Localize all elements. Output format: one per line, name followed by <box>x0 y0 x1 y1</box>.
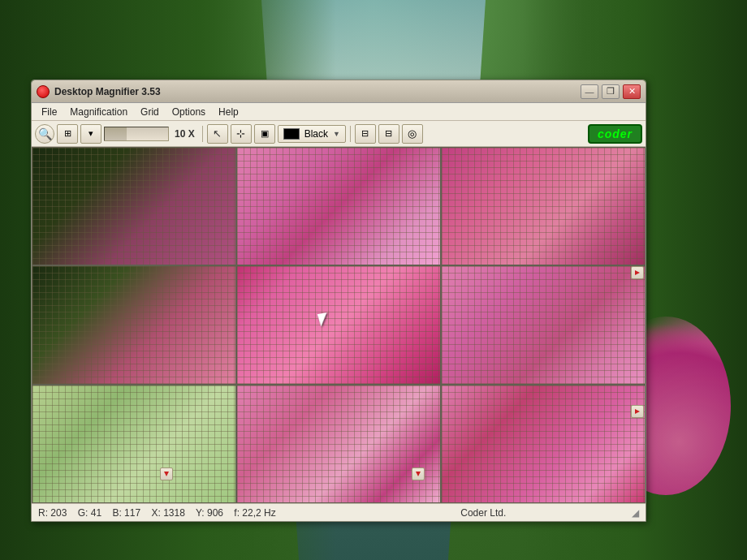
dropdown-arrow-icon: ▼ <box>333 130 340 138</box>
coder-logo: coder <box>588 124 642 144</box>
grid-button[interactable]: ⊞ <box>57 124 78 144</box>
settings-button[interactable]: ◎ <box>402 124 423 144</box>
status-g: G: 41 <box>78 507 101 519</box>
status-freq: f: 22,2 Hz <box>234 507 275 519</box>
menu-bar: File Magnification Grid Options Help <box>32 103 646 121</box>
canvas-cell-3 <box>32 265 236 384</box>
canvas-cell-0 <box>32 147 236 265</box>
canvas-cell-2 <box>441 147 646 265</box>
pixel-grid-3 <box>32 266 235 383</box>
menu-options[interactable]: Options <box>166 105 212 119</box>
menu-file[interactable]: File <box>35 105 63 119</box>
title-bar: Desktop Magnifier 3.53 — ❒ ✕ <box>32 80 646 103</box>
resize-grip[interactable]: ◢ <box>632 507 639 519</box>
scroll-bottom-btn-2[interactable] <box>412 467 425 480</box>
pixel-grid-5 <box>442 266 645 383</box>
menu-grid[interactable]: Grid <box>134 105 166 119</box>
zoom-slider[interactable] <box>104 127 169 141</box>
color-label: Black <box>304 128 328 140</box>
split-h-button[interactable]: ⊟ <box>355 124 376 144</box>
status-company: Coder Ltd. <box>335 507 633 519</box>
restore-button[interactable]: ❒ <box>602 84 620 99</box>
canvas-cell-7 <box>236 385 441 503</box>
canvas-area <box>32 147 646 503</box>
pixel-grid-8 <box>442 386 645 502</box>
minimize-button[interactable]: — <box>581 84 598 99</box>
split-v-button[interactable]: ⊟ <box>378 124 399 144</box>
color-swatch <box>283 128 300 140</box>
canvas-cell-5 <box>441 265 646 384</box>
pixel-grid-6 <box>32 386 235 502</box>
status-x: X: 1318 <box>151 507 184 519</box>
status-r: R: 203 <box>38 507 67 519</box>
status-b: B: 117 <box>112 507 140 519</box>
canvas-cell-8 <box>441 385 646 503</box>
color-dropdown[interactable]: Black ▼ <box>278 125 346 143</box>
sep-1 <box>202 126 203 142</box>
status-bar: R: 203 G: 41 B: 117 X: 1318 Y: 906 f: 22… <box>32 503 646 521</box>
scroll-bottom-btn-1[interactable] <box>160 467 173 480</box>
status-rgb-x-y-freq: R: 203 G: 41 B: 117 X: 1318 Y: 906 f: 22… <box>38 507 335 519</box>
pixel-grid-1 <box>237 148 440 265</box>
menu-magnification[interactable]: Magnification <box>63 105 134 119</box>
scroll-right-btn-1[interactable] <box>631 266 644 279</box>
canvas-cell-1 <box>236 147 441 265</box>
canvas-cell-4 <box>236 265 441 384</box>
toolbar: 🔍 ⊞ ▾ 10 X ↖ ⊹ ▣ Black ▼ ⊟ ⊟ ◎ coder <box>32 121 646 147</box>
capture-button[interactable]: ▣ <box>254 124 275 144</box>
pixel-grid-0 <box>32 148 235 265</box>
window-title: Desktop Magnifier 3.53 <box>54 86 581 97</box>
window-controls: — ❒ ✕ <box>581 84 641 99</box>
app-icon <box>37 85 50 98</box>
pixel-grid-2 <box>442 148 645 265</box>
canvas-cell-6 <box>32 385 236 503</box>
sep-2 <box>350 126 351 142</box>
cursor-arrow <box>317 312 330 327</box>
cursor-tool-button[interactable]: ↖ <box>207 124 228 144</box>
menu-help[interactable]: Help <box>212 105 245 119</box>
close-button[interactable]: ✕ <box>623 84 641 99</box>
pixel-grid-7 <box>237 386 440 502</box>
zoom-label: 10 X <box>171 128 198 140</box>
magnifier-button[interactable]: 🔍 <box>35 124 54 144</box>
status-y: Y: 906 <box>196 507 223 519</box>
crosshair-tool-button[interactable]: ⊹ <box>231 124 252 144</box>
scroll-right-btn-2[interactable] <box>631 405 644 418</box>
pixel-grid-4 <box>237 266 440 383</box>
app-window: Desktop Magnifier 3.53 — ❒ ✕ File Magnif… <box>31 80 646 522</box>
dropdown-button[interactable]: ▾ <box>80 124 101 144</box>
